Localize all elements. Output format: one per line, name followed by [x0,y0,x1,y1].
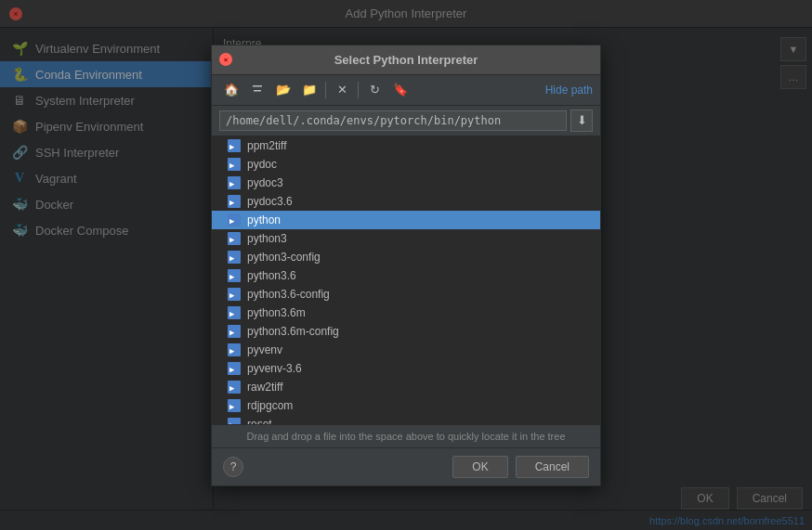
bookmark-btn[interactable]: 🔖 [388,79,413,101]
path-download-btn[interactable]: ⬇ [570,110,593,132]
modal-help-btn[interactable]: ? [223,457,243,477]
svg-rect-1 [253,85,262,87]
svg-text:▶: ▶ [229,179,235,188]
file-name: raw2tiff [247,381,282,394]
file-item[interactable]: ▶rdjpgcom [212,396,600,415]
file-name: python3.6-config [247,288,330,301]
svg-text:▶: ▶ [229,309,235,318]
svg-text:▶: ▶ [229,291,235,300]
modal-close-btn[interactable]: × [219,53,232,66]
file-exec-icon: ▶ [227,157,242,172]
modal-title: Select Python Interpreter [334,53,478,67]
file-item[interactable]: ▶pydoc3.6 [212,192,600,211]
file-exec-icon: ▶ [227,324,242,339]
file-name: python3 [247,232,287,245]
file-item[interactable]: ▶pydoc [212,155,600,174]
file-exec-icon: ▶ [227,213,242,227]
file-item[interactable]: ▶raw2tiff [212,378,600,396]
file-item[interactable]: ▶python3.6-config [212,285,600,304]
file-exec-icon: ▶ [227,417,242,424]
file-exec-icon: ▶ [227,250,242,265]
new-folder-btn[interactable]: 📁 [297,79,321,101]
modal-bottom: ? OK Cancel [212,447,600,485]
file-name: pydoc [247,158,277,171]
svg-text:▶: ▶ [229,161,235,170]
svg-text:▶: ▶ [229,235,235,244]
file-name: python3.6m-config [247,325,339,338]
select-interpreter-modal: × Select Python Interpreter 🏠 📂 📁 ✕ ↻ 🔖 … [211,45,601,486]
svg-text:▶: ▶ [229,402,235,411]
file-name: reset [247,418,272,424]
file-item[interactable]: ▶python3.6m [212,304,600,322]
file-item[interactable]: ▶python3-config [212,248,600,266]
delete-btn[interactable]: ✕ [330,79,354,101]
svg-text:▶: ▶ [229,328,235,337]
file-exec-icon: ▶ [227,287,242,302]
file-item[interactable]: ▶pyvenv-3.6 [212,359,600,378]
file-name: ppm2tiff [247,139,286,152]
file-name: python [247,213,281,226]
file-exec-icon: ▶ [227,380,242,394]
hide-path-link[interactable]: Hide path [545,84,593,97]
up-btn[interactable] [245,79,269,101]
svg-text:▶: ▶ [229,216,235,226]
svg-text:▶: ▶ [229,198,235,207]
toolbar-separator [325,82,326,98]
folder-btn[interactable]: 📂 [271,79,295,101]
file-exec-icon: ▶ [227,361,242,376]
modal-toolbar: 🏠 📂 📁 ✕ ↻ 🔖 Hide path [212,75,600,106]
svg-text:▶: ▶ [229,420,235,424]
svg-text:▶: ▶ [229,383,235,393]
svg-text:▶: ▶ [229,346,235,355]
file-exec-icon: ▶ [227,194,242,209]
svg-text:▶: ▶ [229,365,235,374]
file-name: pyvenv-3.6 [247,362,302,375]
file-item[interactable]: ▶python [212,211,600,229]
file-item[interactable]: ▶pyvenv [212,341,600,359]
modal-ok-btn[interactable]: OK [452,456,507,478]
file-name: python3.6 [247,269,296,282]
path-input[interactable] [219,110,567,131]
drag-drop-hint: Drag and drop a file into the space abov… [212,424,600,447]
file-exec-icon: ▶ [227,268,242,283]
file-item[interactable]: ▶python3.6m-config [212,322,600,341]
refresh-btn[interactable]: ↻ [362,79,386,101]
file-item[interactable]: ▶pydoc3 [212,174,600,192]
file-list: ▶ppm2tiff▶pydoc▶pydoc3▶pydoc3.6▶python▶p… [212,136,600,424]
home-btn[interactable]: 🏠 [219,79,243,101]
file-exec-icon: ▶ [227,175,242,190]
file-exec-icon: ▶ [227,231,242,246]
file-item[interactable]: ▶python3 [212,229,600,248]
file-name: pydoc3 [247,176,283,189]
modal-cancel-btn[interactable]: Cancel [516,456,589,478]
toolbar-separator-2 [358,82,359,98]
file-name: pyvenv [247,343,282,356]
svg-text:▶: ▶ [229,142,235,151]
file-name: python3.6m [247,306,306,319]
file-item[interactable]: ▶python3.6 [212,266,600,285]
file-list-container[interactable]: ▶ppm2tiff▶pydoc▶pydoc3▶pydoc3.6▶python▶p… [212,136,600,424]
file-exec-icon: ▶ [227,398,242,413]
file-item[interactable]: ▶reset [212,415,600,424]
path-row: ⬇ [212,106,600,136]
svg-text:▶: ▶ [229,253,235,263]
file-exec-icon: ▶ [227,343,242,357]
modal-overlay: × Select Python Interpreter 🏠 📂 📁 ✕ ↻ 🔖 … [0,0,812,530]
file-exec-icon: ▶ [227,305,242,320]
svg-rect-0 [254,90,261,92]
file-name: pydoc3.6 [247,195,293,208]
file-item[interactable]: ▶ppm2tiff [212,136,600,155]
file-name: python3-config [247,251,321,264]
modal-action-buttons: OK Cancel [452,456,589,478]
up-icon [252,84,263,96]
file-name: rdjpgcom [247,399,293,412]
svg-text:▶: ▶ [229,272,235,281]
modal-titlebar: × Select Python Interpreter [212,45,600,75]
file-exec-icon: ▶ [227,138,242,153]
